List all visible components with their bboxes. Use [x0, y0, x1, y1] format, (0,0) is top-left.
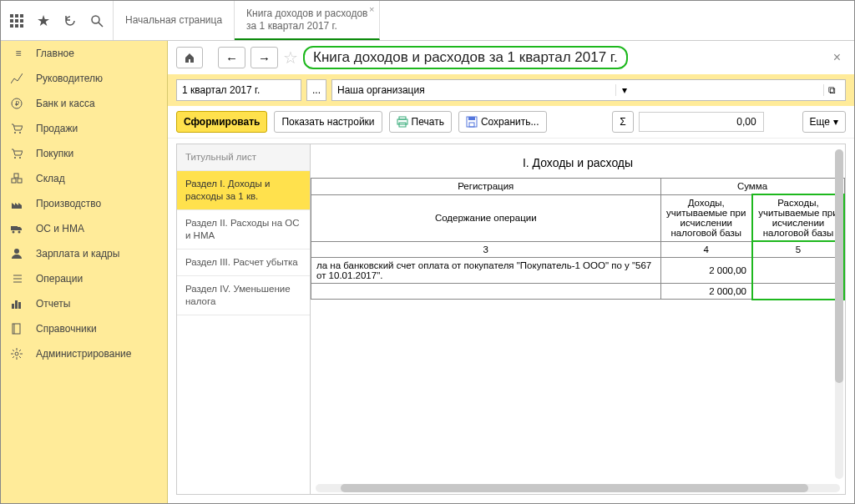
th-sum: Сумма: [660, 179, 844, 195]
tab-label: Начальная страница: [125, 14, 222, 27]
svg-rect-1: [15, 14, 18, 18]
history-icon[interactable]: [63, 13, 78, 28]
favorite-star-icon[interactable]: ☆: [283, 48, 298, 68]
sidebar-item-label: Отчеты: [36, 298, 70, 310]
section-2[interactable]: Раздел II. Расходы на ОС и НМА: [177, 210, 310, 249]
section-label: Раздел IV. Уменьшение налога: [185, 284, 291, 306]
filter-bar: 1 квартал 2017 г. ... Наша организация ▾…: [168, 74, 854, 106]
sigma-button[interactable]: Σ: [612, 111, 633, 133]
svg-point-22: [18, 231, 21, 234]
svg-point-23: [14, 249, 19, 254]
sidebar-item-manager[interactable]: Руководителю: [1, 66, 167, 91]
forward-button[interactable]: →: [250, 47, 278, 68]
section-title-page[interactable]: Титульный лист: [177, 144, 310, 171]
svg-rect-4: [15, 19, 18, 23]
section-3[interactable]: Раздел III. Расчет убытка: [177, 249, 310, 276]
sidebar-item-reports[interactable]: Отчеты: [1, 291, 167, 316]
vertical-scrollbar[interactable]: [835, 149, 843, 479]
sum-box: Σ 0,00: [612, 111, 763, 133]
search-icon[interactable]: [89, 13, 104, 28]
org-field[interactable]: Наша организация ▾ ⧉: [331, 79, 846, 101]
section-label: Раздел III. Расчет убытка: [185, 257, 298, 267]
th-expense: Расходы, учитываемые при исчислении нало…: [752, 194, 844, 241]
scrollbar-thumb[interactable]: [835, 149, 843, 383]
basket-icon: [11, 148, 26, 159]
sidebar-item-main[interactable]: ≡Главное: [1, 41, 167, 66]
sidebar-item-label: Руководителю: [36, 73, 103, 84]
sidebar-item-bank[interactable]: ₽Банк и касса: [1, 91, 167, 116]
section-label: Титульный лист: [185, 152, 256, 162]
gear-icon: [11, 348, 26, 360]
truck-icon: [11, 223, 26, 234]
generate-button[interactable]: Сформировать: [176, 111, 267, 133]
print-label: Печать: [412, 116, 444, 128]
workspace: Титульный лист Раздел I. Доходы и расход…: [168, 139, 854, 503]
star-icon[interactable]: ★: [36, 13, 51, 28]
sidebar-item-label: ОС и НМА: [36, 223, 84, 234]
apps-icon[interactable]: [9, 13, 24, 28]
sidebar-item-purchases[interactable]: Покупки: [1, 141, 167, 166]
sidebar-item-catalogs[interactable]: Справочники: [1, 316, 167, 341]
sidebar-item-operations[interactable]: Операции: [1, 266, 167, 291]
chevron-down-icon[interactable]: ▾: [615, 84, 632, 96]
report-title: I. Доходы и расходы: [311, 151, 845, 178]
svg-rect-18: [18, 179, 22, 183]
report-area[interactable]: I. Доходы и расходы Регистрация Сумма Со…: [310, 144, 846, 495]
title-bar: ← → ☆ Книга доходов и расходов за 1 квар…: [168, 41, 854, 74]
svg-line-39: [19, 350, 21, 351]
scrollbar-thumb[interactable]: [341, 484, 808, 492]
section-list: Титульный лист Раздел I. Доходы и расход…: [176, 144, 310, 495]
th-col4: 4: [660, 241, 752, 258]
svg-point-16: [19, 157, 21, 159]
svg-rect-5: [20, 19, 23, 23]
svg-rect-6: [10, 24, 13, 28]
sigma-label: Σ: [620, 116, 625, 128]
section-1[interactable]: Раздел I. Доходы и расходы за 1 кв.: [177, 171, 310, 210]
sidebar-item-hr[interactable]: Зарплата и кадры: [1, 241, 167, 266]
more-button[interactable]: Еще ▾: [802, 111, 846, 133]
svg-point-14: [19, 132, 21, 134]
svg-rect-19: [14, 174, 18, 178]
save-icon: [466, 116, 478, 128]
sidebar-item-admin[interactable]: Администрирование: [1, 341, 167, 366]
svg-point-21: [13, 231, 15, 234]
period-field[interactable]: 1 квартал 2017 г.: [176, 79, 301, 101]
open-org-icon[interactable]: ⧉: [823, 84, 840, 96]
show-settings-button[interactable]: Показать настройки: [274, 111, 382, 133]
sidebar-item-label: Администрирование: [36, 348, 131, 360]
svg-rect-8: [20, 24, 23, 28]
chart-icon: [11, 73, 26, 84]
print-icon: [397, 116, 408, 128]
section-label: Раздел II. Расходы на ОС и НМА: [185, 218, 300, 240]
tab-book[interactable]: Книга доходов и расходов за 1 квартал 20…: [235, 1, 380, 40]
sidebar-item-label: Производство: [36, 198, 101, 209]
save-button[interactable]: Сохранить...: [458, 111, 547, 133]
svg-point-13: [14, 132, 16, 134]
tab-home[interactable]: Начальная страница: [114, 1, 235, 40]
back-button[interactable]: ←: [218, 47, 245, 68]
sidebar-item-assets[interactable]: ОС и НМА: [1, 216, 167, 241]
period-picker-button[interactable]: ...: [306, 79, 326, 101]
sidebar-item-sales[interactable]: Продажи: [1, 116, 167, 141]
close-page-icon[interactable]: ×: [828, 50, 846, 65]
print-button[interactable]: Печать: [389, 111, 452, 133]
sidebar-item-label: Главное: [36, 48, 74, 59]
sidebar-item-production[interactable]: Производство: [1, 191, 167, 216]
table-row[interactable]: ла на банковский счет оплата от покупате…: [311, 258, 845, 284]
sidebar-item-label: Банк и касса: [36, 98, 95, 109]
close-icon[interactable]: ×: [369, 4, 374, 16]
top-bar: ★ Начальная страница Книга доходов и рас…: [1, 1, 854, 41]
horizontal-scrollbar[interactable]: [316, 484, 840, 492]
section-4[interactable]: Раздел IV. Уменьшение налога: [177, 276, 310, 315]
svg-rect-20: [11, 226, 18, 230]
table-row-total[interactable]: 2 000,00: [311, 284, 845, 300]
svg-line-38: [19, 356, 21, 358]
report-table: Регистрация Сумма Содержание операции До…: [311, 178, 845, 300]
sidebar-item-warehouse[interactable]: Склад: [1, 166, 167, 191]
home-button[interactable]: [176, 47, 203, 68]
svg-point-32: [15, 352, 18, 355]
chevron-down-icon: ▾: [833, 116, 838, 128]
toolbar: Сформировать Показать настройки Печать С…: [168, 106, 854, 139]
settings-label: Показать настройки: [281, 116, 374, 128]
cell-total-income: 2 000,00: [660, 284, 752, 300]
